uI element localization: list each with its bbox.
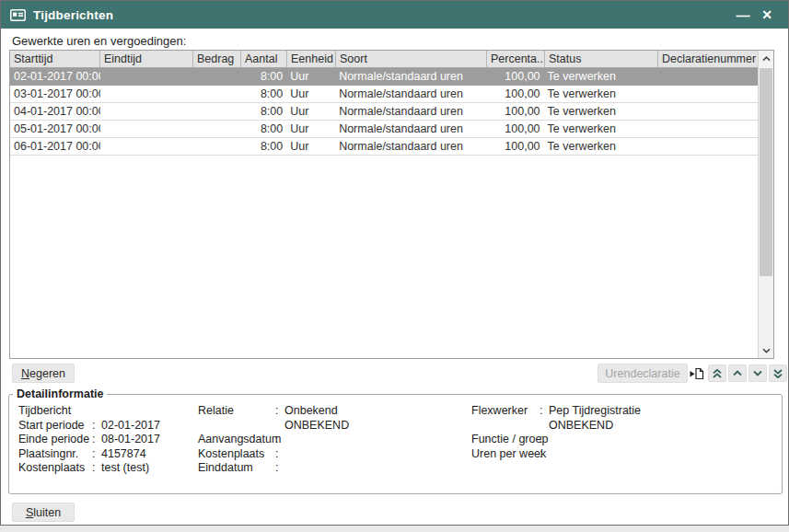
table-cell: Normale/standaard uren [335, 68, 486, 85]
table-cell: Uur [286, 103, 335, 120]
table-caption: Gewerkte uren en vergoedingen: [12, 34, 186, 48]
table-cell: 8:00 [240, 86, 286, 102]
table-cell: Te verwerken [544, 103, 657, 120]
table-cell: 100,00 [486, 103, 544, 120]
column-header-starttijd[interactable]: Starttijd [10, 51, 100, 67]
detail-column: Relatie:OnbekendONBEKENDAanvangsdatum:Ko… [198, 404, 349, 476]
detail-label: Start periode [18, 419, 92, 434]
table-cell [100, 68, 193, 85]
table-cell: Normale/standaard uren [335, 138, 486, 155]
detail-label: Kostenplaats [18, 461, 92, 476]
table-header-row: StarttijdEindtijdBedragAantalEenheidSoor… [10, 51, 773, 68]
scroll-up-icon[interactable] [759, 51, 773, 66]
table-cell: 8:00 [240, 121, 286, 137]
column-header-eenheid[interactable]: Eenheid [287, 51, 336, 67]
detail-label: Einddatum [198, 461, 275, 476]
table-cell: 100,00 [486, 121, 544, 137]
table-cell [656, 86, 758, 102]
detail-field: Plaatsingnr.:4157874 [18, 447, 160, 462]
table-cell [656, 103, 758, 120]
detail-label: Aanvangsdatum [198, 433, 275, 447]
detail-value: ONBEKEND [549, 419, 613, 434]
last-row-button[interactable] [769, 364, 787, 382]
detail-label: Kostenplaats [198, 447, 275, 462]
column-header-aantal[interactable]: Aantal [241, 51, 287, 67]
column-header-eindtijd[interactable]: Eindtijd [100, 51, 193, 67]
vertical-scrollbar[interactable] [758, 51, 773, 358]
table-cell [100, 103, 193, 120]
detail-legend: Detailinformatie [13, 387, 107, 400]
tijdberichten-window: Tijdberichten — ✕ Gewerkte uren en vergo… [0, 0, 789, 526]
detail-field: ONBEKEND [198, 419, 349, 434]
table-row[interactable]: 06-01-2017 00:008:00UurNormale/standaard… [10, 138, 758, 156]
detail-section: Detailinformatie TijdberichtStart period… [8, 387, 783, 494]
table-cell: 8:00 [240, 138, 286, 155]
table-cell: 100,00 [486, 138, 544, 155]
column-header-bedrag[interactable]: Bedrag [193, 51, 241, 67]
next-row-button[interactable] [748, 364, 767, 382]
worked-hours-table: StarttijdEindtijdBedragAantalEenheidSoor… [9, 50, 774, 359]
column-header-soort[interactable]: Soort [336, 51, 487, 67]
negeren-button[interactable]: Negeren [12, 364, 75, 383]
table-cell: Normale/standaard uren [335, 103, 486, 120]
table-cell: Uur [286, 86, 335, 102]
detail-value: ONBEKEND [284, 419, 349, 434]
detail-field: Aanvangsdatum: [198, 433, 349, 447]
table-cell [193, 121, 241, 137]
detail-label [198, 419, 275, 434]
detail-label: Functie / groep [471, 433, 540, 447]
table-cell: 8:00 [240, 103, 286, 120]
table-cell: Normale/standaard uren [335, 121, 486, 137]
table-cell: 04-01-2017 00:00 [10, 103, 100, 120]
goto-record-icon[interactable] [689, 364, 705, 382]
table-row[interactable]: 02-01-2017 00:008:00UurNormale/standaard… [10, 68, 758, 86]
table-cell [193, 103, 241, 120]
table-cell: Normale/standaard uren [335, 86, 486, 102]
table-cell: 8:00 [240, 68, 286, 85]
minimize-button[interactable]: — [731, 5, 755, 25]
detail-field: Kostenplaats:test (test) [18, 461, 160, 476]
detail-field: Start periode:02-01-2017 [18, 419, 160, 434]
table-cell [193, 138, 241, 155]
table-row[interactable]: 05-01-2017 00:008:00UurNormale/standaard… [10, 121, 758, 138]
table-cell: 02-01-2017 00:00 [10, 68, 100, 85]
detail-separator: : [275, 404, 284, 419]
table-cell: Te verwerken [544, 121, 657, 137]
first-row-button[interactable] [708, 364, 726, 382]
table-cell [100, 86, 193, 102]
detail-value: Onbekend [284, 404, 338, 419]
detail-label [471, 419, 540, 434]
window-card-icon [10, 9, 26, 21]
detail-separator: : [275, 433, 284, 447]
detail-separator: : [540, 447, 549, 462]
table-cell [193, 86, 241, 102]
column-header-status[interactable]: Status [545, 51, 658, 67]
table-row[interactable]: 04-01-2017 00:008:00UurNormale/standaard… [10, 103, 758, 121]
detail-separator: : [92, 447, 101, 462]
close-button[interactable]: ✕ [755, 5, 779, 25]
detail-label: Relatie [198, 404, 275, 419]
detail-value: 4157874 [101, 447, 146, 462]
previous-row-button[interactable] [728, 364, 747, 382]
table-cell [100, 121, 193, 137]
table-cell [193, 68, 241, 85]
scroll-down-icon[interactable] [759, 342, 773, 358]
table-row[interactable]: 03-01-2017 00:008:00UurNormale/standaard… [10, 86, 758, 103]
scrollbar-thumb[interactable] [760, 68, 772, 276]
detail-field: Functie / groep: [471, 433, 641, 447]
column-header-percenta[interactable]: Percenta... [487, 51, 545, 67]
urendeclaratie-button[interactable]: Urendeclaratie [598, 364, 688, 383]
detail-separator: : [275, 461, 284, 476]
table-cell: 05-01-2017 00:00 [10, 121, 100, 137]
detail-label: Einde periode [18, 433, 92, 447]
detail-separator: : [540, 404, 549, 419]
detail-label: Uren per week [471, 447, 540, 462]
detail-separator: : [92, 433, 101, 447]
detail-separator [275, 419, 284, 434]
detail-value: 02-01-2017 [101, 419, 160, 434]
detail-separator: : [275, 447, 284, 462]
sluiten-button[interactable]: Sluiten [12, 503, 75, 522]
column-header-declaratienummer[interactable]: Declaratienummer [658, 51, 760, 67]
detail-separator: : [540, 433, 549, 447]
window-title: Tijdberichten [33, 8, 731, 22]
